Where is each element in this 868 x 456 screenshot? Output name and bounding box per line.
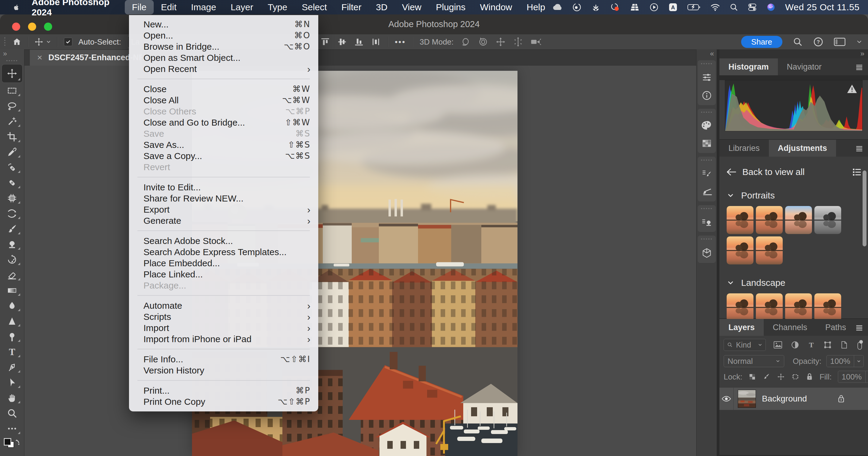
file-menu-item[interactable]: Place Embedded... › bbox=[129, 258, 318, 269]
siri-icon[interactable] bbox=[767, 3, 775, 12]
tab-paths[interactable]: Paths bbox=[816, 319, 855, 336]
histogram-warning-icon[interactable] bbox=[846, 84, 858, 94]
menubar-item[interactable]: Plugins bbox=[429, 0, 472, 14]
menubar-item[interactable]: Layer bbox=[223, 0, 260, 14]
tool-healing-brush[interactable] bbox=[2, 175, 22, 190]
tab-adjustments[interactable]: Adjustments bbox=[769, 140, 836, 157]
tool-crop[interactable] bbox=[2, 129, 22, 144]
roll-3d-icon[interactable] bbox=[478, 36, 489, 47]
tool-edit-toolbar[interactable] bbox=[2, 421, 22, 436]
align-top-icon[interactable] bbox=[320, 37, 330, 47]
back-arrow-icon[interactable] bbox=[726, 167, 736, 176]
file-menu-item[interactable]: Generate › bbox=[129, 215, 318, 226]
filter-adjustment-icon[interactable] bbox=[791, 340, 799, 349]
battery-icon[interactable] bbox=[687, 4, 701, 11]
tab-layers[interactable]: Layers bbox=[719, 319, 764, 336]
file-menu-item[interactable]: Automate › bbox=[129, 300, 318, 311]
menubar-item[interactable]: Filter bbox=[334, 0, 369, 14]
layer-visibility-toggle[interactable] bbox=[719, 388, 734, 410]
tab-libraries[interactable]: Libraries bbox=[719, 140, 769, 157]
file-menu-item[interactable]: File Info... ⌥⇧⌘I › bbox=[129, 354, 318, 365]
rail-grip-handle[interactable] bbox=[701, 207, 713, 209]
layer-row-background[interactable]: Background bbox=[719, 388, 868, 410]
menubar-item[interactable]: Window bbox=[473, 0, 520, 14]
play-circle-icon[interactable] bbox=[650, 3, 658, 12]
blend-mode-dropdown[interactable]: Normal bbox=[724, 355, 784, 367]
brushes-panel-icon[interactable] bbox=[701, 187, 712, 197]
camera-3d-icon[interactable] bbox=[530, 37, 541, 47]
swatches-panel-icon[interactable] bbox=[701, 138, 712, 149]
clone-source-icon[interactable] bbox=[701, 217, 712, 228]
workspace-icon[interactable] bbox=[834, 37, 846, 47]
tool-marquee[interactable] bbox=[2, 83, 22, 98]
adjustments-scrollbar[interactable] bbox=[863, 170, 867, 247]
preset-thumb[interactable] bbox=[785, 293, 812, 321]
lock-transparency-icon[interactable] bbox=[748, 373, 756, 381]
menubar-item[interactable]: Type bbox=[260, 0, 294, 14]
layer-thumbnail[interactable] bbox=[738, 390, 756, 408]
opacity-dropdown-icon[interactable] bbox=[854, 355, 864, 367]
file-menu-item[interactable]: Revert › bbox=[129, 161, 318, 172]
fill-field[interactable]: 100% bbox=[838, 371, 868, 383]
preset-thumb[interactable] bbox=[756, 293, 783, 321]
file-menu-item[interactable]: Save ⌘S › bbox=[129, 128, 318, 139]
tool-clone-stamp[interactable] bbox=[2, 236, 22, 252]
filter-image-icon[interactable] bbox=[773, 340, 783, 349]
filter-smart-object-icon[interactable] bbox=[840, 340, 848, 349]
file-menu-item[interactable]: Place Linked... › bbox=[129, 269, 318, 280]
tool-content-aware-move[interactable] bbox=[2, 206, 22, 221]
align-middle-icon[interactable] bbox=[337, 37, 347, 47]
chevron-down-icon[interactable] bbox=[856, 38, 863, 45]
file-menu-item[interactable]: Import from iPhone or iPad › bbox=[129, 333, 318, 345]
file-menu-item[interactable]: Search Adobe Express Templates... › bbox=[129, 247, 318, 258]
file-menu-item[interactable]: Close ⌘W › bbox=[129, 84, 318, 95]
toolbar-grip-handle[interactable] bbox=[6, 60, 19, 62]
tool-pen[interactable] bbox=[2, 359, 22, 375]
tool-spot-healing[interactable] bbox=[2, 160, 22, 175]
file-menu-item[interactable]: Search Adobe Stock... › bbox=[129, 235, 318, 247]
creative-cloud-icon[interactable] bbox=[553, 4, 563, 11]
tab-histogram[interactable]: Histogram bbox=[719, 58, 778, 75]
tool-gradient[interactable] bbox=[2, 283, 22, 298]
preset-thumb[interactable] bbox=[727, 206, 753, 234]
rail-grip-handle[interactable] bbox=[701, 63, 713, 65]
tab-navigator[interactable]: Navigator bbox=[778, 58, 831, 75]
file-menu-item[interactable]: Export › bbox=[129, 204, 318, 215]
color-swatches[interactable] bbox=[2, 437, 22, 454]
panel-menu-icon[interactable] bbox=[855, 144, 864, 153]
file-menu-item[interactable]: Print One Copy ⌥⇧⌘P › bbox=[129, 396, 318, 407]
file-menu-item[interactable]: Version History › bbox=[129, 365, 318, 376]
brush-settings-icon[interactable] bbox=[701, 168, 712, 179]
tool-object-selection[interactable] bbox=[2, 113, 22, 129]
back-to-view-all-label[interactable]: Back to view all bbox=[742, 167, 805, 177]
apple-menu-icon[interactable] bbox=[12, 3, 20, 11]
more-options-button[interactable]: ••• bbox=[395, 37, 406, 47]
tool-hand[interactable] bbox=[2, 390, 22, 405]
rail-grip-handle[interactable] bbox=[701, 159, 713, 161]
fill-dropdown-icon[interactable] bbox=[865, 371, 868, 383]
portraits-section-header[interactable]: Portraits bbox=[719, 177, 868, 201]
tool-eyedropper[interactable] bbox=[2, 144, 22, 160]
collapse-dock-button[interactable]: » bbox=[719, 50, 868, 58]
file-menu-item[interactable]: Package... › bbox=[129, 280, 318, 291]
expand-panels-button[interactable]: « bbox=[696, 50, 717, 59]
tool-history-brush[interactable] bbox=[2, 252, 22, 267]
menubar-item[interactable]: Help bbox=[519, 0, 553, 14]
tool-brush[interactable] bbox=[2, 221, 22, 236]
filter-shape-icon[interactable] bbox=[824, 340, 832, 349]
align-bottom-icon[interactable] bbox=[354, 37, 364, 47]
tool-dodge[interactable] bbox=[2, 329, 22, 344]
panel-menu-icon[interactable] bbox=[855, 63, 864, 72]
options-grip-handle[interactable] bbox=[4, 37, 6, 47]
document-tab[interactable]: × DSCF2457-Enhanced-NR.j bbox=[30, 50, 142, 66]
screen-record-icon[interactable] bbox=[610, 2, 620, 12]
list-view-icon[interactable] bbox=[852, 167, 862, 176]
toolbar-collapse-button[interactable]: » bbox=[0, 50, 24, 58]
file-menu-item[interactable]: Close Others ⌥⌘P › bbox=[129, 106, 318, 117]
preset-thumb[interactable] bbox=[756, 236, 783, 264]
file-menu-item[interactable]: Save a Copy... ⌥⌘S › bbox=[129, 150, 318, 161]
pan-3d-icon[interactable] bbox=[495, 36, 506, 47]
file-menu-item[interactable]: Close All ⌥⌘W › bbox=[129, 95, 318, 106]
tool-type[interactable]: T bbox=[2, 344, 22, 359]
lightroom-icon[interactable] bbox=[572, 3, 581, 12]
